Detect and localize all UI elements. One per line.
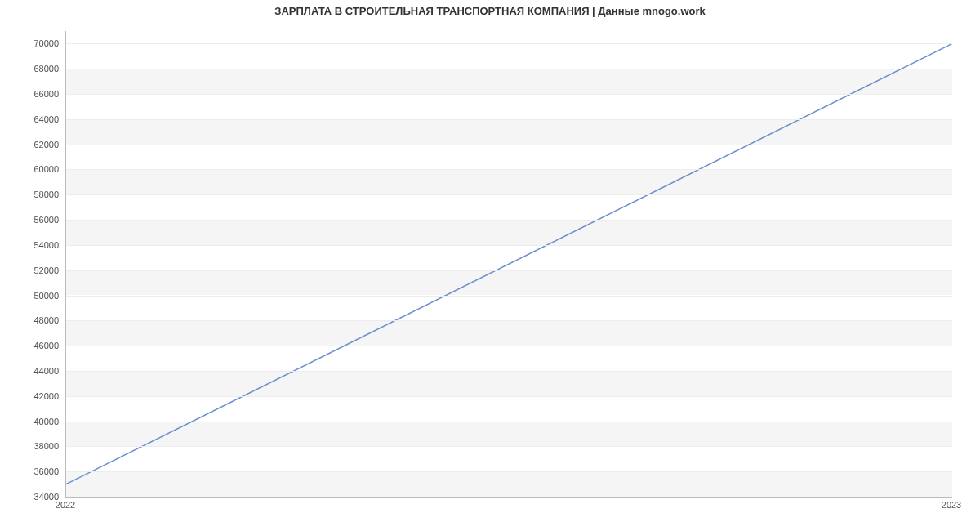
grid-line — [66, 396, 952, 397]
y-tick-label: 34000 — [10, 492, 59, 502]
grid-line — [66, 320, 952, 321]
grid-line — [66, 94, 952, 95]
y-tick-label: 36000 — [10, 466, 59, 476]
y-tick-label: 50000 — [10, 291, 59, 301]
grid-line — [66, 471, 952, 472]
y-tick-label: 44000 — [10, 366, 59, 376]
y-tick-label: 52000 — [10, 266, 59, 275]
y-tick-label: 54000 — [10, 240, 59, 250]
grid-line — [66, 346, 952, 346]
grid-line — [66, 446, 952, 447]
y-tick-label: 66000 — [10, 89, 59, 99]
grid-line — [66, 69, 952, 69]
y-tick-label: 48000 — [10, 315, 59, 325]
grid-line — [66, 169, 952, 170]
y-tick-label: 60000 — [10, 164, 59, 174]
grid-line — [66, 296, 952, 297]
grid-line — [66, 145, 952, 145]
y-tick-label: 68000 — [10, 64, 59, 74]
y-tick-label: 42000 — [10, 391, 59, 401]
grid-line — [66, 220, 952, 221]
y-tick-label: 58000 — [10, 190, 59, 199]
data-line — [66, 43, 952, 484]
y-tick-label: 62000 — [10, 140, 59, 149]
x-tick-label: 2022 — [56, 500, 75, 510]
grid-line — [66, 43, 952, 44]
y-tick-label: 40000 — [10, 417, 59, 426]
chart-title: ЗАРПЛАТА В СТРОИТЕЛЬНАЯ ТРАНСПОРТНАЯ КОМ… — [0, 5, 980, 17]
y-tick-label: 70000 — [10, 38, 59, 48]
y-tick-label: 38000 — [10, 441, 59, 451]
grid-line — [66, 371, 952, 372]
y-tick-label: 46000 — [10, 341, 59, 350]
y-tick-label: 64000 — [10, 114, 59, 124]
x-tick-label: 2023 — [942, 500, 961, 510]
plot-area — [65, 31, 952, 498]
grid-line — [66, 119, 952, 120]
grid-line — [66, 245, 952, 246]
chart-container: ЗАРПЛАТА В СТРОИТЕЛЬНАЯ ТРАНСПОРТНАЯ КОМ… — [0, 0, 980, 531]
grid-line — [66, 194, 952, 195]
line-series — [66, 31, 952, 497]
y-tick-label: 56000 — [10, 215, 59, 225]
grid-line — [66, 270, 952, 271]
grid-line — [66, 422, 952, 422]
